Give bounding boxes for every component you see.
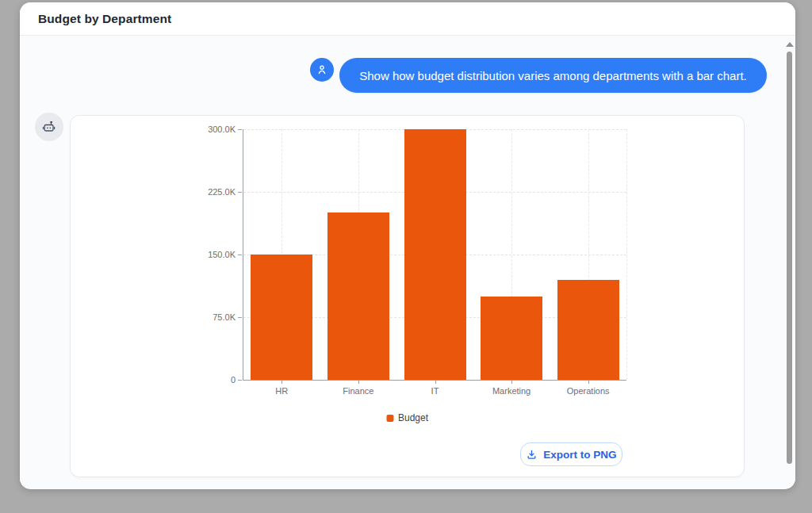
y-tick (238, 192, 242, 193)
desktop-background: Budget by Department Show how budget dis… (0, 0, 812, 513)
x-tick-label: IT (431, 386, 439, 396)
y-tick-label: 0 (231, 375, 236, 385)
person-icon (316, 63, 328, 76)
bar-hr (251, 255, 312, 380)
download-icon (526, 449, 538, 461)
bar-it (404, 129, 466, 380)
chart-legend: Budget (386, 412, 428, 423)
export-png-button[interactable]: Export to PNG (520, 442, 622, 466)
y-tick (238, 317, 242, 318)
page-title: Budget by Department (38, 12, 171, 26)
window-header: Budget by Department (20, 2, 795, 36)
y-tick (238, 255, 242, 255)
scroll-up-arrow[interactable] (786, 42, 794, 47)
x-tick-label: Marketing (492, 386, 530, 396)
y-tick-label: 300.0K (208, 124, 236, 134)
robot-icon (41, 119, 57, 135)
y-tick-label: 225.0K (208, 187, 236, 197)
x-tick (588, 381, 589, 384)
x-tick (511, 381, 512, 384)
y-tick-label: 150.0K (208, 250, 236, 259)
x-tick-label: Operations (567, 386, 610, 396)
x-tick (358, 381, 359, 384)
bar-operations (557, 280, 619, 380)
bar-chart: 075.0K150.0K225.0K300.0KHRFinanceITMarke… (243, 129, 626, 381)
legend-swatch (386, 415, 393, 422)
x-tick-label: Finance (343, 386, 373, 396)
chart-card: 075.0K150.0K225.0K300.0KHRFinanceITMarke… (70, 115, 745, 477)
legend-label: Budget (398, 412, 428, 423)
scrollbar-thumb[interactable] (787, 52, 792, 464)
bar-marketing (481, 297, 542, 380)
assistant-avatar (35, 113, 63, 141)
user-avatar (310, 58, 334, 82)
x-tick-label: HR (275, 386, 288, 396)
y-tick (238, 380, 242, 381)
y-tick (238, 129, 242, 130)
user-message-bubble: Show how budget distribution varies amon… (339, 58, 767, 93)
export-png-label: Export to PNG (543, 449, 616, 461)
y-tick-label: 75.0K (213, 312, 236, 322)
app-window: Budget by Department Show how budget dis… (20, 2, 795, 489)
chat-area: Show how budget distribution varies amon… (20, 36, 795, 488)
bar-finance (327, 212, 389, 380)
x-gridline-end (626, 129, 627, 380)
x-tick (435, 381, 436, 384)
x-tick (282, 381, 282, 384)
